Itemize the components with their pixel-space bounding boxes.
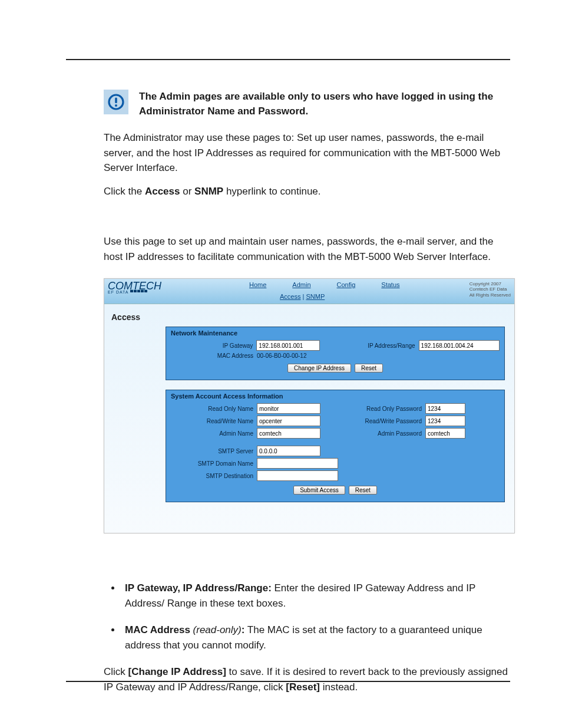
network-maintenance-panel: Network Maintenance IP Gateway IP Addres… <box>166 327 505 380</box>
bullet-1-bold: IP Gateway, IP Address/Range: <box>125 582 272 594</box>
logo-sub: EF DATA ▀▀▀▀▀ <box>108 291 184 294</box>
para-2-mid: or <box>180 186 194 197</box>
ip-gateway-input[interactable] <box>256 340 320 351</box>
smtp-server-input[interactable] <box>257 446 320 456</box>
admin-name-input[interactable] <box>257 428 320 439</box>
submit-access-button[interactable]: Submit Access <box>293 486 345 495</box>
admin-name-label: Admin Name <box>171 430 257 437</box>
copy-line-1: Copyright 2007 <box>470 281 511 286</box>
copy-line-3: All Rights Reserved <box>470 292 511 298</box>
mac-label: MAC Address <box>171 353 257 359</box>
para-4: Click [Change IP Address] to save. If it… <box>104 664 510 694</box>
para-2-post: hyperlink to continue. <box>223 186 320 197</box>
reset-ip-button[interactable]: Reset <box>355 364 383 373</box>
smtp-domain-input[interactable] <box>257 458 338 469</box>
rw-name-label: Read/Write Name <box>171 418 257 424</box>
para-4-b1: [Change IP Address] <box>128 666 226 677</box>
rw-pw-input[interactable] <box>425 416 465 426</box>
panel2-head: System Account Access Information <box>171 393 500 400</box>
para-2-b2: SNMP <box>194 186 223 197</box>
ro-name-input[interactable] <box>257 403 320 414</box>
para-2-b1: Access <box>145 186 180 197</box>
smtp-dest-label: SMTP Destination <box>171 473 257 479</box>
top-divider <box>66 59 510 60</box>
important-icon <box>104 90 128 114</box>
svg-point-2 <box>115 104 117 107</box>
bottom-divider <box>66 681 510 682</box>
para-3: Use this page to set up and maintain use… <box>104 234 510 264</box>
tab-home[interactable]: Home <box>249 281 266 288</box>
admin-pw-input[interactable] <box>425 428 465 439</box>
para-4-post: instead. <box>320 681 358 693</box>
para-4-b2: [Reset] <box>286 681 320 693</box>
ip-addr-label: IP Address/Range <box>320 342 418 349</box>
bullet-2-ital: (read-only) <box>193 624 242 635</box>
para-2: Click the Access or SNMP hyperlink to co… <box>104 184 510 199</box>
smtp-domain-label: SMTP Domain Name <box>171 460 257 467</box>
ro-name-label: Read Only Name <box>171 406 257 412</box>
ip-gateway-label: IP Gateway <box>171 342 256 349</box>
copyright: Copyright 2007 Comtech EF Data All Right… <box>470 281 511 298</box>
svg-rect-1 <box>115 98 117 104</box>
admin-note: The Admin pages are available only to us… <box>104 90 510 118</box>
bullet-2: MAC Address (read-only): The MAC is set … <box>121 622 510 653</box>
tab-config[interactable]: Config <box>337 281 356 288</box>
main-tabs: Home Admin Config Status <box>249 279 400 288</box>
para-1: The Administrator may use these pages to… <box>104 130 510 176</box>
change-ip-button[interactable]: Change IP Address <box>287 364 351 373</box>
rw-name-input[interactable] <box>257 416 320 426</box>
admin-note-text: The Admin pages are available only to us… <box>139 90 510 118</box>
bullet-2-bold: MAC Address <box>125 624 193 635</box>
panel1-head: Network Maintenance <box>171 330 500 337</box>
para-2-pre: Click the <box>104 186 145 197</box>
page-title: Access <box>111 312 508 322</box>
reset-access-button[interactable]: Reset <box>349 486 377 495</box>
smtp-dest-input[interactable] <box>257 470 338 481</box>
ip-addr-input[interactable] <box>419 340 500 351</box>
ss-body: Access Network Maintenance IP Gateway IP… <box>104 304 514 533</box>
sub-tabs: Access | SNMP <box>280 293 325 300</box>
comtech-logo: COMTECH EF DATA ▀▀▀▀▀ <box>104 279 184 294</box>
bullet-1: IP Gateway, IP Address/Range: Enter the … <box>121 581 510 611</box>
admin-pw-label: Admin Password <box>320 430 425 437</box>
smtp-server-label: SMTP Server <box>171 448 257 454</box>
bullet-list: IP Gateway, IP Address/Range: Enter the … <box>104 581 510 653</box>
copy-line-2: Comtech EF Data <box>470 286 511 292</box>
tab-admin[interactable]: Admin <box>292 281 310 288</box>
subtab-access[interactable]: Access <box>280 293 300 300</box>
ro-pw-label: Read Only Password <box>320 406 425 412</box>
tab-status[interactable]: Status <box>381 281 399 288</box>
para-4-pre: Click <box>104 666 128 677</box>
ss-header: COMTECH EF DATA ▀▀▀▀▀ Home Admin Config … <box>104 279 514 304</box>
rw-pw-label: Read/Write Password <box>320 418 425 424</box>
subtab-snmp[interactable]: SNMP <box>306 293 325 300</box>
ro-pw-input[interactable] <box>425 403 465 414</box>
admin-access-screenshot: COMTECH EF DATA ▀▀▀▀▀ Home Admin Config … <box>104 278 515 533</box>
system-account-panel: System Account Access Information Read O… <box>166 390 505 502</box>
mac-value: 00-06-B0-00-00-12 <box>257 353 307 359</box>
